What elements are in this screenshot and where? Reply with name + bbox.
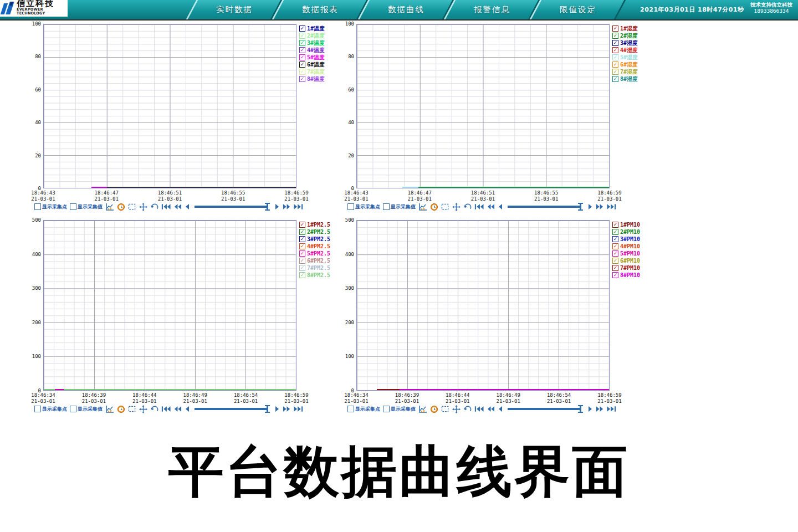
legend-checkbox[interactable]: ✓ <box>612 25 618 32</box>
legend-item[interactable]: ✓6#温度 <box>299 61 325 68</box>
legend-checkbox[interactable]: ✓ <box>612 33 618 39</box>
show-values-checkbox[interactable] <box>383 203 390 210</box>
legend-item[interactable]: ✓6#PM2.5 <box>299 257 330 264</box>
tab-data-report[interactable]: 数据报表 <box>272 0 369 19</box>
curve-style-icon[interactable] <box>418 203 427 211</box>
zoom-box-icon[interactable] <box>128 406 136 413</box>
fast-forward-icon[interactable] <box>283 203 291 210</box>
legend-checkbox[interactable]: ✓ <box>612 258 618 264</box>
time-range-icon[interactable] <box>430 203 438 211</box>
rewind-icon[interactable] <box>487 406 495 412</box>
skip-end-icon[interactable] <box>294 406 303 412</box>
legend-item[interactable]: ✓5#湿度 <box>612 54 638 61</box>
legend-item[interactable]: ✓5#PM10 <box>612 250 640 257</box>
legend-checkbox[interactable]: ✓ <box>299 236 305 242</box>
timeline-slider[interactable] <box>508 408 581 410</box>
legend-item[interactable]: ✓3#温度 <box>299 39 325 47</box>
legend-item[interactable]: ✓4#PM2.5 <box>299 243 330 250</box>
legend-item[interactable]: ✓1#温度 <box>299 25 325 32</box>
legend-checkbox[interactable]: ✓ <box>612 54 618 60</box>
rewind-icon[interactable] <box>173 406 182 412</box>
show-values-checkbox-group[interactable]: 显示采集值 <box>383 203 416 211</box>
legend-checkbox[interactable]: ✓ <box>299 76 305 82</box>
curve-style-icon[interactable] <box>105 405 114 413</box>
legend-checkbox[interactable]: ✓ <box>299 40 305 46</box>
undo-icon[interactable] <box>463 203 472 211</box>
legend-item[interactable]: ✓3#PM2.5 <box>299 236 330 243</box>
legend-checkbox[interactable]: ✓ <box>299 33 305 39</box>
legend-checkbox[interactable]: ✓ <box>612 47 618 53</box>
timeline-slider[interactable] <box>195 408 268 410</box>
legend-checkbox[interactable]: ✓ <box>299 258 305 264</box>
legend-checkbox[interactable]: ✓ <box>299 47 305 53</box>
step-back-icon[interactable] <box>498 406 503 412</box>
step-back-icon[interactable] <box>185 406 190 412</box>
tab-data-curve[interactable]: 数据曲线 <box>358 0 454 19</box>
skip-end-icon[interactable] <box>294 203 303 210</box>
zoom-box-icon[interactable] <box>441 203 449 211</box>
legend-checkbox[interactable]: ✓ <box>299 69 305 75</box>
rewind-icon[interactable] <box>173 203 182 210</box>
slider-handle[interactable] <box>580 406 581 412</box>
legend-checkbox[interactable]: ✓ <box>299 265 305 271</box>
legend-checkbox[interactable]: ✓ <box>612 236 618 242</box>
show-points-checkbox-group[interactable]: 显示采集点 <box>347 406 380 413</box>
legend-item[interactable]: ✓4#温度 <box>299 47 325 54</box>
legend-item[interactable]: ✓5#温度 <box>299 54 325 61</box>
pan-icon[interactable] <box>139 405 147 413</box>
legend-item[interactable]: ✓1#湿度 <box>612 25 638 32</box>
undo-icon[interactable] <box>150 203 158 211</box>
tab-alarm-info[interactable]: 报警信息 <box>444 0 540 19</box>
legend-item[interactable]: ✓7#湿度 <box>612 68 638 75</box>
legend-item[interactable]: ✓6#湿度 <box>612 61 638 68</box>
legend-item[interactable]: ✓2#湿度 <box>612 32 638 39</box>
legend-item[interactable]: ✓4#PM10 <box>612 243 640 250</box>
show-points-checkbox[interactable] <box>34 203 41 210</box>
legend-checkbox[interactable]: ✓ <box>299 272 305 278</box>
legend-checkbox[interactable]: ✓ <box>612 222 618 228</box>
pan-icon[interactable] <box>452 203 461 211</box>
fast-forward-icon[interactable] <box>596 203 604 210</box>
legend-item[interactable]: ✓7#PM10 <box>612 264 640 272</box>
legend-item[interactable]: ✓5#PM2.5 <box>299 250 330 257</box>
time-range-icon[interactable] <box>117 203 125 211</box>
legend-item[interactable]: ✓8#湿度 <box>612 75 638 83</box>
legend-item[interactable]: ✓8#温度 <box>299 75 325 83</box>
show-points-checkbox-group[interactable]: 显示采集点 <box>34 203 67 211</box>
legend-checkbox[interactable]: ✓ <box>299 229 305 235</box>
legend-checkbox[interactable]: ✓ <box>299 62 305 68</box>
legend-checkbox[interactable]: ✓ <box>299 222 305 228</box>
legend-item[interactable]: ✓8#PM10 <box>612 272 640 279</box>
undo-icon[interactable] <box>463 406 472 413</box>
step-forward-icon[interactable] <box>275 203 280 210</box>
tab-limit-setting[interactable]: 限值设定 <box>530 0 626 19</box>
legend-checkbox[interactable]: ✓ <box>612 69 618 75</box>
legend-item[interactable]: ✓1#PM10 <box>612 221 640 228</box>
slider-handle[interactable] <box>267 406 268 412</box>
legend-item[interactable]: ✓1#PM2.5 <box>299 221 330 228</box>
skip-start-icon[interactable] <box>474 203 484 210</box>
pan-icon[interactable] <box>452 405 461 413</box>
step-back-icon[interactable] <box>498 203 503 210</box>
timeline-slider[interactable] <box>508 206 581 208</box>
timeline-slider[interactable] <box>195 206 268 208</box>
show-values-checkbox[interactable] <box>70 406 76 412</box>
legend-checkbox[interactable]: ✓ <box>612 229 618 235</box>
show-points-checkbox-group[interactable]: 显示采集点 <box>347 203 380 211</box>
step-forward-icon[interactable] <box>275 406 280 412</box>
zoom-box-icon[interactable] <box>441 406 449 413</box>
slider-handle[interactable] <box>580 203 581 210</box>
skip-start-icon[interactable] <box>474 406 484 412</box>
fast-forward-icon[interactable] <box>283 406 291 412</box>
legend-checkbox[interactable]: ✓ <box>612 250 618 257</box>
legend-item[interactable]: ✓2#PM10 <box>612 228 640 236</box>
legend-item[interactable]: ✓2#温度 <box>299 32 325 39</box>
skip-start-icon[interactable] <box>161 203 171 210</box>
skip-end-icon[interactable] <box>607 203 616 210</box>
step-back-icon[interactable] <box>185 203 190 210</box>
legend-checkbox[interactable]: ✓ <box>612 76 618 82</box>
skip-start-icon[interactable] <box>161 406 171 412</box>
time-range-icon[interactable] <box>117 405 125 413</box>
fast-forward-icon[interactable] <box>596 406 604 412</box>
legend-item[interactable]: ✓8#PM2.5 <box>299 272 330 279</box>
